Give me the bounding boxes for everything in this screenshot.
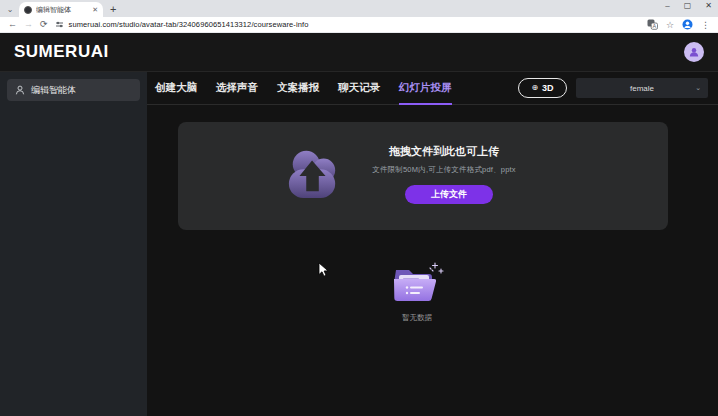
- new-tab-button[interactable]: +: [110, 4, 116, 15]
- empty-state: 暂无数据: [385, 260, 449, 323]
- tab-create-brain[interactable]: 创建大脑: [155, 72, 197, 105]
- upload-file-button[interactable]: 上传文件: [405, 185, 493, 204]
- site-info-icon[interactable]: [55, 20, 64, 29]
- user-avatar[interactable]: [684, 42, 704, 62]
- main-panel: 创建大脑 选择声音 文案播报 聊天记录 幻灯片投屏 ⊕ 3D female ⌄: [147, 72, 718, 416]
- favicon-icon: [24, 6, 32, 14]
- reload-icon[interactable]: ⟳: [40, 20, 48, 29]
- chevron-down-icon: ⌄: [695, 84, 701, 92]
- mouse-cursor: [318, 262, 330, 282]
- upload-title: 拖拽文件到此也可上传: [328, 144, 560, 159]
- url-box[interactable]: sumeruai.com/studio/avatar-tab/324069606…: [55, 20, 640, 29]
- upload-text-block: 拖拽文件到此也可上传 文件限制50M内,可上传文件格式pdf、pptx: [328, 144, 560, 175]
- browser-menu-icon[interactable]: ⋮: [701, 20, 710, 30]
- sidebar: 编辑智能体: [0, 72, 147, 416]
- tab-chat-history[interactable]: 聊天记录: [338, 72, 380, 105]
- close-button[interactable]: ✕: [705, 2, 712, 10]
- svg-text:A: A: [652, 23, 656, 29]
- bookmark-star-icon[interactable]: ☆: [666, 20, 674, 30]
- forward-icon[interactable]: →: [24, 20, 33, 29]
- person-outline-icon: [15, 85, 25, 95]
- tab-select-voice[interactable]: 选择声音: [216, 72, 258, 105]
- browser-tab-title: 编辑智能体: [36, 5, 88, 15]
- person-icon: [688, 46, 700, 58]
- upload-hint: 文件限制50M内,可上传文件格式pdf、pptx: [328, 165, 560, 175]
- voice-model-select[interactable]: female ⌄: [576, 78, 708, 98]
- maximize-button[interactable]: ▢: [684, 2, 692, 10]
- back-icon[interactable]: ←: [8, 20, 17, 29]
- tab-close-icon[interactable]: ✕: [92, 6, 98, 13]
- translate-icon[interactable]: A: [647, 16, 658, 34]
- nav-tabs: 创建大脑 选择声音 文案播报 聊天记录 幻灯片投屏: [155, 72, 452, 104]
- address-bar-actions: A ☆ ⋮: [647, 16, 710, 34]
- empty-state-label: 暂无数据: [385, 313, 449, 323]
- tab-search-chevron-icon[interactable]: ⌄: [3, 3, 17, 16]
- app-header: SUMERUAI: [0, 33, 718, 72]
- voice-model-value: female: [630, 84, 654, 93]
- minimize-button[interactable]: –: [665, 2, 669, 10]
- browser-tab[interactable]: 编辑智能体 ✕: [19, 2, 103, 17]
- toolbar-right: ⊕ 3D female ⌄: [518, 72, 708, 104]
- window-controls: – ▢ ✕: [665, 2, 712, 10]
- app-logo: SUMERUAI: [14, 42, 109, 62]
- mode-3d-button[interactable]: ⊕ 3D: [518, 78, 567, 98]
- tab-slide-projection[interactable]: 幻灯片投屏: [399, 72, 452, 105]
- tab-script-broadcast[interactable]: 文案播报: [277, 72, 319, 105]
- browser-profile-avatar[interactable]: [682, 19, 693, 30]
- upload-dropzone[interactable]: 拖拽文件到此也可上传 文件限制50M内,可上传文件格式pdf、pptx 上传文件: [178, 122, 668, 230]
- screen: ⌄ 编辑智能体 ✕ + – ▢ ✕ ← → ⟳ sumeru: [0, 0, 718, 416]
- browser-tab-strip: ⌄ 编辑智能体 ✕ + – ▢ ✕: [0, 0, 718, 17]
- mode-3d-label: 3D: [542, 84, 554, 93]
- toolbar: 创建大脑 选择声音 文案播报 聊天记录 幻灯片投屏 ⊕ 3D female ⌄: [147, 72, 718, 105]
- sidebar-item-label: 编辑智能体: [31, 84, 76, 97]
- sidebar-item-edit-agent[interactable]: 编辑智能体: [7, 79, 140, 101]
- url-text[interactable]: sumeruai.com/studio/avatar-tab/324069606…: [69, 20, 309, 29]
- browser-address-bar: ← → ⟳ sumeruai.com/studio/avatar-tab/324…: [0, 17, 718, 33]
- mode-3d-icon: ⊕: [531, 84, 538, 92]
- empty-folder-icon: [389, 260, 445, 306]
